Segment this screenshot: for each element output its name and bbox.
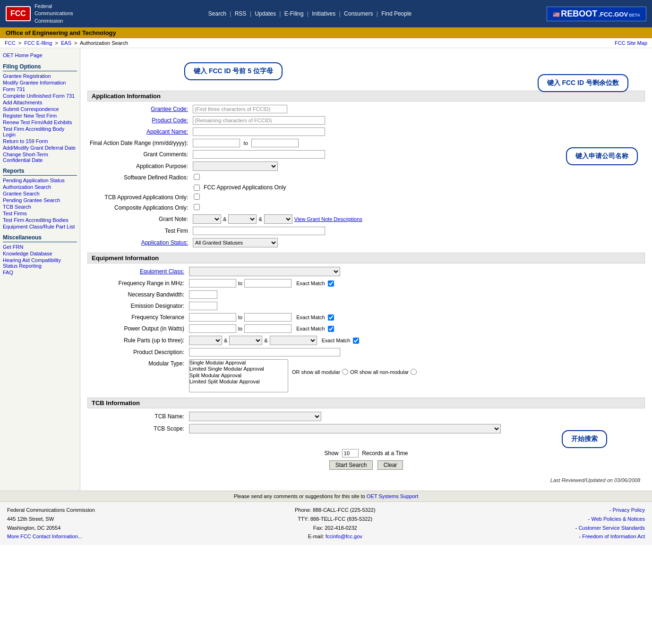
sidebar-auth-search[interactable]: Authorization Search xyxy=(3,184,77,190)
grant-note-select1[interactable] xyxy=(193,214,221,224)
sidebar-hearing-aid[interactable]: Hearing Aid Compatibility Status Reporti… xyxy=(3,257,77,269)
nav-consumers[interactable]: Consumers xyxy=(344,10,373,17)
sdr-row: Software Defined Radios: xyxy=(87,172,645,183)
grantee-code-input[interactable] xyxy=(193,105,287,113)
nav-search[interactable]: Search xyxy=(208,10,226,17)
footer-oet-link[interactable]: OET Systems Support xyxy=(367,493,418,499)
sidebar-get-frn[interactable]: Get FRN xyxy=(3,244,77,250)
show-modular-radio[interactable] xyxy=(342,369,348,375)
sidebar-modify-grantee[interactable]: Modify Grantee Information xyxy=(3,80,77,85)
sidebar-return-159[interactable]: Return to 159 Form xyxy=(3,138,77,144)
tcb-scope-select[interactable] xyxy=(189,424,501,433)
sidebar-faq[interactable]: FAQ xyxy=(3,270,77,275)
oet-home-link[interactable]: OET Home Page xyxy=(3,52,43,58)
app-status-link[interactable]: Application Status: xyxy=(141,239,188,246)
test-firm-row: Test Firm xyxy=(87,225,645,237)
sidebar-form731[interactable]: Form 731 xyxy=(3,86,77,92)
reports-section: Reports Pending Application Status Autho… xyxy=(3,168,77,229)
grant-comments-input[interactable] xyxy=(193,150,325,159)
footer-center: Phone: 888-CALL-FCC (225-5322) TTY: 888-… xyxy=(295,506,376,541)
product-desc-input[interactable] xyxy=(189,348,340,356)
rule-parts-exact-checkbox[interactable] xyxy=(353,338,359,344)
nav-find-people[interactable]: Find People xyxy=(381,10,412,17)
sidebar-equipment-class[interactable]: Equipment Class/Rule Part List xyxy=(3,224,77,229)
footer-contact-link[interactable]: More FCC Contact Information... xyxy=(7,534,82,539)
grantee-code-link[interactable]: Grantee Code: xyxy=(151,106,188,112)
sidebar-test-firm-accrediting-bodies[interactable]: Test Firm Accrediting Bodies xyxy=(3,217,77,223)
sidebar: OET Home Page Filing Options Grantee Reg… xyxy=(0,48,80,491)
breadcrumb-fcc[interactable]: FCC xyxy=(5,40,16,46)
product-code-link[interactable]: Product Code: xyxy=(152,117,188,124)
footer-email-link[interactable]: fccinfo@fcc.gov xyxy=(326,534,362,539)
emission-designator-input[interactable] xyxy=(189,302,217,310)
footer-customer-service-link[interactable]: Customer Service Standards xyxy=(578,525,645,531)
necessary-bw-input[interactable] xyxy=(189,290,217,299)
power-output-exact-checkbox[interactable] xyxy=(328,326,334,332)
sidebar-submit-correspondence[interactable]: Submit Correspondence xyxy=(3,106,77,112)
app-status-select[interactable]: All Granted Statuses xyxy=(193,238,278,247)
app-purpose-select[interactable] xyxy=(193,161,278,171)
sidebar-grantee-search[interactable]: Grantee Search xyxy=(3,191,77,196)
sidebar-grantee-registration[interactable]: Grantee Registration xyxy=(3,73,77,79)
final-action-from-input[interactable] xyxy=(193,139,240,147)
show-non-modular-radio[interactable] xyxy=(411,369,417,375)
product-code-input[interactable] xyxy=(193,116,325,125)
equipment-class-select[interactable] xyxy=(189,267,340,276)
applicant-name-input[interactable] xyxy=(193,127,325,136)
sidebar-add-modify-grant[interactable]: Add/Modify Grant Deferral Date xyxy=(3,145,77,151)
reboot-box[interactable]: 🇺🇸 REBOOT .FCC.GOV BETA xyxy=(547,7,646,21)
freq-exact-checkbox[interactable] xyxy=(328,280,334,287)
rule-parts-select3[interactable] xyxy=(270,336,317,345)
sidebar-knowledge-db[interactable]: Knowledge Database xyxy=(3,251,77,256)
sidebar-tcb-search[interactable]: TCB Search xyxy=(3,204,77,210)
rule-parts-select2[interactable] xyxy=(229,336,262,345)
freq-tolerance-from-input[interactable] xyxy=(189,313,236,322)
power-output-to-input[interactable] xyxy=(244,324,292,333)
breadcrumb-eas[interactable]: EAS xyxy=(61,40,71,46)
grant-note-row: Grant Note: & & View Grant Note Descript… xyxy=(87,213,645,225)
sidebar-pending-app-status[interactable]: Pending Application Status xyxy=(3,178,77,183)
show-value-input[interactable] xyxy=(342,449,359,458)
nav-updates[interactable]: Updates xyxy=(255,10,276,17)
sidebar-pending-grantee[interactable]: Pending Grantee Search xyxy=(3,197,77,203)
composite-checkbox[interactable] xyxy=(194,204,200,210)
nav-initiatives[interactable]: Initiatives xyxy=(312,10,335,17)
freq-tolerance-label: Frequency Tolerance xyxy=(87,312,187,323)
sidebar-register-test-firm[interactable]: Register New Test Firm xyxy=(3,113,77,119)
modular-type-listbox[interactable]: Single Modular Approval Limited Single M… xyxy=(189,359,288,392)
sdr-checkbox[interactable] xyxy=(194,174,200,180)
freq-range-from-input[interactable] xyxy=(189,279,236,288)
sidebar-complete-form731[interactable]: Complete Unfinished Form 731 xyxy=(3,93,77,99)
sidebar-test-firms[interactable]: Test Firms xyxy=(3,211,77,216)
freq-tolerance-to-input[interactable] xyxy=(244,313,292,322)
freq-tolerance-exact-checkbox[interactable] xyxy=(328,314,334,321)
tcb-name-select[interactable] xyxy=(189,412,321,421)
equipment-class-link[interactable]: Equipment Class: xyxy=(140,268,184,275)
start-search-button[interactable]: Start Search xyxy=(329,460,373,470)
test-firm-input[interactable] xyxy=(193,227,325,235)
breadcrumb-current: Authorization Search xyxy=(80,40,128,46)
sidebar-test-firm-accrediting[interactable]: Test Firm Accrediting Body Login xyxy=(3,126,77,137)
sidebar-change-short-term[interactable]: Change Short-Term Confidential Date xyxy=(3,152,77,163)
view-grant-note-link[interactable]: View Grant Note Descriptions xyxy=(294,216,362,222)
product-desc-row: Product Description: xyxy=(87,347,645,358)
power-output-from-input[interactable] xyxy=(189,324,236,333)
rule-parts-select1[interactable] xyxy=(189,336,222,345)
footer-freedom-link[interactable]: Freedom of Information Act xyxy=(582,534,645,539)
nav-efiling[interactable]: E-Filing xyxy=(284,10,304,17)
grant-note-select3[interactable] xyxy=(264,214,292,224)
nav-rss[interactable]: RSS xyxy=(235,10,247,17)
final-action-to-input[interactable] xyxy=(251,139,299,147)
sidebar-renew-test-firm[interactable]: Renew Test Firm/Add Exhibits xyxy=(3,119,77,125)
applicant-name-link[interactable]: Applicant Name: xyxy=(146,128,188,135)
tcb-approved-checkbox[interactable] xyxy=(194,194,200,200)
breadcrumb-efiling[interactable]: FCC E-filing xyxy=(24,40,52,46)
freq-range-to-input[interactable] xyxy=(244,279,292,288)
site-map-link[interactable]: FCC Site Map xyxy=(615,40,647,46)
footer-privacy-link[interactable]: Privacy Policy xyxy=(613,507,645,513)
fcc-approved-checkbox[interactable] xyxy=(194,185,200,191)
grant-note-select2[interactable] xyxy=(228,214,257,224)
sidebar-add-attachments[interactable]: Add Attachments xyxy=(3,100,77,105)
clear-button[interactable]: Clear xyxy=(377,460,403,470)
footer-web-policies-link[interactable]: Web Policies & Notices xyxy=(591,516,645,522)
